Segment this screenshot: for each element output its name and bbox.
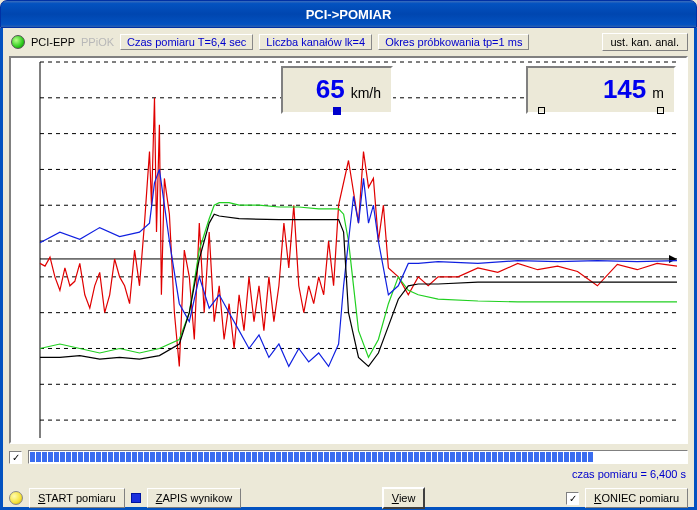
- status-led-icon: [11, 35, 25, 49]
- okres-probkowania-panel: Okres próbkowania tp=1 ms: [378, 34, 529, 50]
- start-pomiaru-button[interactable]: START pomiaru: [29, 488, 125, 508]
- readout-speed: 65 km/h: [281, 66, 393, 114]
- progress-checkbox[interactable]: ✓: [9, 451, 22, 464]
- ust-kan-anal-button[interactable]: ust. kan. anal.: [602, 33, 689, 51]
- readout-distance: 145 m: [526, 66, 676, 114]
- filled-square-icon: [333, 107, 341, 115]
- window-body: PCI-EPP PPiOK Czas pomiaru T=6,4 sec Lic…: [0, 28, 697, 510]
- window-title: PCI->POMIAR: [306, 7, 392, 22]
- progress-bar: [28, 450, 688, 464]
- svg-marker-12: [669, 255, 677, 263]
- empty-square-icon: [657, 107, 664, 114]
- start-led-icon: [9, 491, 23, 505]
- koniec-pomiaru-button[interactable]: KONIEC pomiaru: [585, 488, 688, 508]
- progress-row: ✓ czas pomiaru = 6,400 s: [9, 448, 688, 466]
- view-button[interactable]: View: [382, 487, 426, 509]
- koniec-checkbox[interactable]: ✓: [566, 492, 579, 505]
- liczba-kanalow-panel: Liczba kanałów lk=4: [259, 34, 372, 50]
- progress-time-label: czas pomiaru = 6,400 s: [572, 468, 686, 480]
- empty-square-icon: [538, 107, 545, 114]
- window-titlebar: PCI->POMIAR: [0, 0, 697, 28]
- graph-panel: 65 km/h 145 m: [9, 56, 688, 444]
- zapis-square-icon: [131, 493, 141, 503]
- readout-speed-value: 65: [316, 74, 345, 104]
- mode-active-label: PCI-EPP: [31, 36, 75, 48]
- mode-inactive-label: PPiOK: [81, 36, 114, 48]
- readout-distance-value: 145: [603, 74, 646, 104]
- czas-pomiaru-panel: Czas pomiaru T=6,4 sec: [120, 34, 253, 50]
- readout-distance-unit: m: [652, 85, 664, 101]
- status-bar: PCI-EPP PPiOK Czas pomiaru T=6,4 sec Lic…: [9, 32, 688, 52]
- zapis-wynikow-button[interactable]: ZAPIS wynikow: [147, 488, 241, 508]
- bottom-toolbar: START pomiaru ZAPIS wynikow View ✓ KONIE…: [9, 482, 688, 510]
- readout-speed-unit: km/h: [351, 85, 381, 101]
